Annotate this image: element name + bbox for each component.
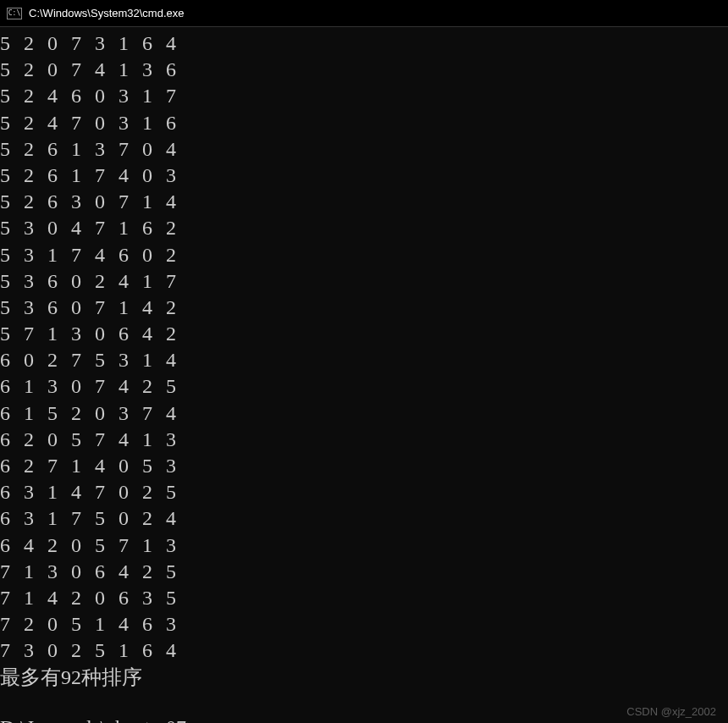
output-number: 3 xyxy=(119,83,142,109)
output-row: 52073164 xyxy=(0,30,728,57)
output-number: 7 xyxy=(71,57,95,83)
output-number: 0 xyxy=(142,136,166,163)
output-number: 2 xyxy=(24,30,47,57)
output-row: 60275314 xyxy=(0,347,728,373)
output-number: 1 xyxy=(24,559,47,585)
output-number: 4 xyxy=(166,347,190,373)
output-number: 7 xyxy=(24,321,47,347)
output-number: 0 xyxy=(119,453,142,479)
output-number: 5 xyxy=(0,242,24,268)
output-number: 6 xyxy=(0,347,24,373)
output-number: 0 xyxy=(47,427,71,453)
output-rows: 5207316452074136524603175247031652613704… xyxy=(0,30,728,665)
output-number: 7 xyxy=(119,533,142,559)
output-number: 0 xyxy=(142,242,166,268)
output-number: 7 xyxy=(47,453,71,479)
output-number: 0 xyxy=(142,163,166,189)
output-number: 2 xyxy=(71,585,95,611)
output-number: 1 xyxy=(119,637,142,664)
output-number: 3 xyxy=(166,533,190,559)
output-number: 2 xyxy=(166,215,190,241)
output-number: 0 xyxy=(95,189,119,215)
output-number: 4 xyxy=(119,268,142,295)
output-number: 7 xyxy=(95,295,119,321)
output-number: 3 xyxy=(119,347,142,373)
output-row: 52617403 xyxy=(0,163,728,189)
output-number: 6 xyxy=(119,585,142,611)
output-number: 1 xyxy=(24,373,47,400)
output-number: 2 xyxy=(24,136,47,163)
output-number: 5 xyxy=(0,163,24,189)
terminal-output[interactable]: 5207316452074136524603175247031652613704… xyxy=(0,27,728,723)
output-number: 4 xyxy=(119,559,142,585)
output-number: 3 xyxy=(71,321,95,347)
output-row: 62714053 xyxy=(0,453,728,479)
output-number: 3 xyxy=(166,427,190,453)
output-number: 1 xyxy=(71,136,95,163)
output-number: 0 xyxy=(119,505,142,532)
watermark: CSDN @xjz_2002 xyxy=(626,705,716,718)
output-number: 0 xyxy=(95,400,119,427)
window-titlebar[interactable]: C:\ C:\Windows\System32\cmd.exe xyxy=(0,0,728,27)
output-number: 3 xyxy=(119,400,142,427)
output-number: 3 xyxy=(142,57,166,83)
output-number: 2 xyxy=(47,533,71,559)
output-number: 6 xyxy=(142,611,166,637)
output-number: 2 xyxy=(142,559,166,585)
output-number: 2 xyxy=(142,479,166,505)
command-prompt[interactable]: D:\Javacode\chapter07> xyxy=(0,715,728,723)
output-number: 1 xyxy=(142,189,166,215)
output-number: 3 xyxy=(47,373,71,400)
output-number: 4 xyxy=(47,83,71,109)
output-number: 3 xyxy=(24,479,47,505)
output-row: 52470316 xyxy=(0,110,728,136)
output-number: 3 xyxy=(24,215,47,241)
output-number: 6 xyxy=(119,242,142,268)
output-number: 0 xyxy=(47,57,71,83)
output-number: 1 xyxy=(119,295,142,321)
output-number: 6 xyxy=(166,57,190,83)
output-number: 0 xyxy=(71,559,95,585)
output-number: 7 xyxy=(71,110,95,136)
output-number: 6 xyxy=(166,110,190,136)
output-number: 4 xyxy=(166,30,190,57)
output-number: 0 xyxy=(47,30,71,57)
output-number: 6 xyxy=(0,453,24,479)
output-number: 3 xyxy=(47,559,71,585)
output-number: 6 xyxy=(47,136,71,163)
output-number: 7 xyxy=(71,242,95,268)
output-number: 5 xyxy=(0,295,24,321)
output-number: 1 xyxy=(119,30,142,57)
output-number: 4 xyxy=(166,400,190,427)
output-number: 3 xyxy=(24,637,47,664)
output-number: 4 xyxy=(142,321,166,347)
output-number: 5 xyxy=(71,611,95,637)
output-number: 4 xyxy=(24,533,47,559)
output-number: 7 xyxy=(95,373,119,400)
output-number: 0 xyxy=(95,110,119,136)
output-number: 5 xyxy=(0,110,24,136)
output-number: 4 xyxy=(142,295,166,321)
output-number: 3 xyxy=(166,163,190,189)
output-number: 3 xyxy=(166,453,190,479)
output-number: 0 xyxy=(47,637,71,664)
output-number: 5 xyxy=(95,533,119,559)
output-number: 5 xyxy=(95,505,119,532)
cmd-icon: C:\ xyxy=(7,8,22,19)
output-number: 1 xyxy=(71,163,95,189)
output-row: 53602417 xyxy=(0,268,728,295)
output-number: 6 xyxy=(0,400,24,427)
window-title: C:\Windows\System32\cmd.exe xyxy=(29,7,185,19)
output-number: 7 xyxy=(95,163,119,189)
output-number: 5 xyxy=(166,479,190,505)
output-number: 5 xyxy=(0,189,24,215)
output-number: 4 xyxy=(119,373,142,400)
output-number: 7 xyxy=(0,559,24,585)
output-number: 5 xyxy=(0,321,24,347)
output-number: 5 xyxy=(0,83,24,109)
output-number: 4 xyxy=(119,611,142,637)
output-number: 1 xyxy=(142,110,166,136)
cmd-icon-label: C:\ xyxy=(8,9,20,17)
output-row: 53607142 xyxy=(0,295,728,321)
output-number: 4 xyxy=(166,505,190,532)
